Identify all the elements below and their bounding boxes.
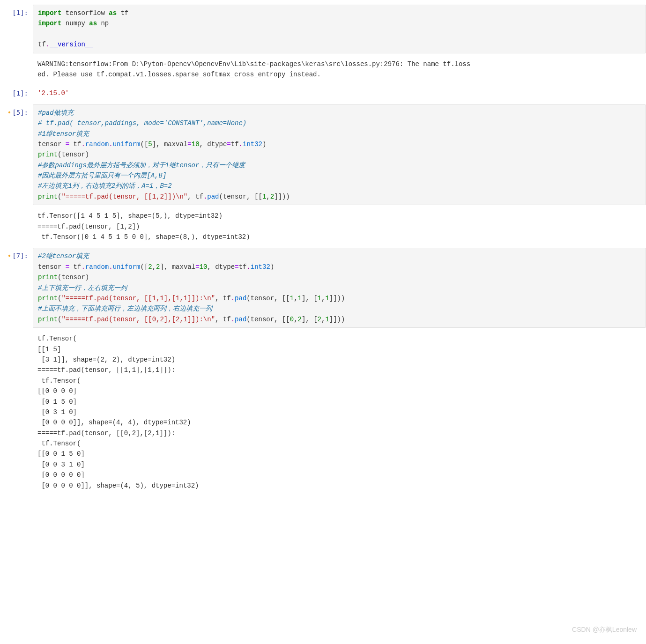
code-cell-1: [1]: import tensorflow as tf import nump…: [0, 5, 646, 53]
output-cell-5: tf.Tensor([1 4 5 1 5], shape=(5,), dtype…: [0, 208, 646, 245]
prompt-in-1: [1]:: [0, 5, 33, 18]
kw: import: [38, 9, 61, 17]
output-text-5: tf.Tensor([1 4 5 1 5], shape=(5,), dtype…: [37, 211, 641, 242]
output-text-1: '2.15.0': [37, 88, 641, 98]
code-cell-7: [7]: #2维tensor填充 tensor = tf.random.unif…: [0, 248, 646, 328]
warning-text: WARNING:tensorflow:From D:\Pyton-Opencv\…: [37, 59, 641, 80]
dunder-version: __version__: [50, 41, 93, 48]
code-input-7[interactable]: #2维tensor填充 tensor = tf.random.uniform([…: [33, 248, 646, 328]
code-cell-5: [5]: #pad做填充 # tf.pad( tensor,paddings, …: [0, 104, 646, 206]
prompt-out-1: [1]:: [0, 85, 33, 98]
code-input-5[interactable]: #pad做填充 # tf.pad( tensor,paddings, mode=…: [33, 104, 646, 206]
comment: #pad做填充: [38, 109, 74, 117]
prompt-in-5: [5]:: [0, 104, 33, 118]
output-cell-7: tf.Tensor( [[1 5] [3 1]], shape=(2, 2), …: [0, 331, 646, 494]
code-input-1[interactable]: import tensorflow as tf import numpy as …: [33, 5, 646, 53]
prompt-in-7: [7]:: [0, 248, 33, 261]
output-text-7: tf.Tensor( [[1 5] [3 1]], shape=(2, 2), …: [37, 333, 641, 491]
output-warning-1: WARNING:tensorflow:From D:\Pyton-Opencv\…: [0, 56, 646, 83]
output-cell-1: [1]: '2.15.0': [0, 85, 646, 101]
